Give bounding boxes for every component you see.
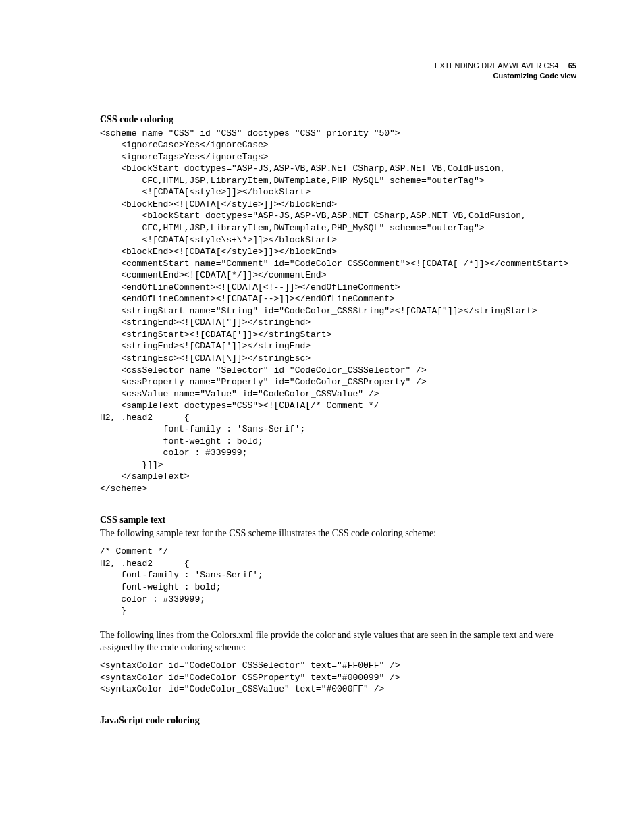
para-colors-xml-intro: The following lines from the Colors.xml … — [100, 629, 576, 655]
code-block-css-sample: /* Comment */ H2, .head2 { font-family :… — [100, 546, 576, 617]
heading-css-code-coloring: CSS code coloring — [100, 113, 576, 126]
heading-css-sample-text: CSS sample text — [100, 514, 576, 527]
para-css-sample-intro: The following sample text for the CSS sc… — [100, 527, 576, 540]
chapter-title: Customizing Code view — [100, 71, 576, 81]
running-header: EXTENDING DREAMWEAVER CS4 65 Customizing… — [100, 61, 576, 81]
code-block-css-scheme: <scheme name="CSS" id="CSS" doctypes="CS… — [100, 128, 576, 495]
page-number: 65 — [564, 61, 576, 70]
page-content: EXTENDING DREAMWEAVER CS4 65 Customizing… — [0, 0, 644, 769]
code-block-syntax-colors: <syntaxColor id="CodeColor_CSSSelector" … — [100, 660, 576, 696]
doc-title: EXTENDING DREAMWEAVER CS4 — [435, 61, 559, 70]
heading-js-code-coloring: JavaScript code coloring — [100, 714, 576, 727]
